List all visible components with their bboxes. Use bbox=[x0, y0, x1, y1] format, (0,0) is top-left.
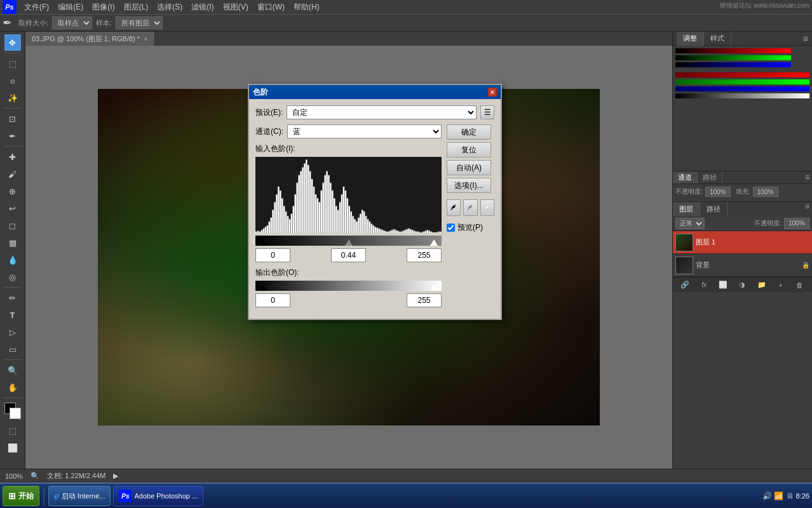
shape-tool[interactable]: ▭ bbox=[4, 341, 21, 358]
menu-help[interactable]: 帮助(H) bbox=[290, 1, 323, 14]
tab-adjustments[interactable]: 调整 bbox=[677, 32, 704, 46]
opacity-input[interactable]: 100% bbox=[705, 187, 731, 197]
fill-input[interactable]: 100% bbox=[753, 187, 778, 197]
dialog-left: 通道(C): 蓝 输入色阶(I): bbox=[255, 124, 442, 312]
sample-select[interactable]: 所有图层 bbox=[116, 17, 163, 29]
channel-select[interactable]: 蓝 bbox=[287, 124, 442, 138]
new-layer-btn[interactable]: + bbox=[775, 279, 787, 291]
ok-button[interactable]: 确定 bbox=[447, 124, 491, 140]
layer-row-bg[interactable]: 背景 🔒 bbox=[673, 254, 812, 277]
ps-taskbar-btn[interactable]: Ps Adobe Photoshop ... bbox=[113, 486, 203, 506]
tab-paths-2[interactable]: 路径 bbox=[700, 202, 727, 216]
output-black-value[interactable]: 0 bbox=[255, 293, 290, 307]
crop-tool[interactable]: ⊡ bbox=[4, 110, 21, 127]
background-swatch bbox=[10, 408, 21, 419]
channels-options-icon[interactable]: ≡ bbox=[802, 171, 812, 184]
input-black-handle[interactable] bbox=[259, 239, 267, 246]
tab-close-btn[interactable]: × bbox=[144, 35, 147, 43]
bg-layer-name: 背景 bbox=[696, 260, 799, 270]
menu-edit[interactable]: 编辑(E) bbox=[54, 1, 87, 14]
group-btn[interactable]: 📁 bbox=[755, 279, 768, 291]
input-mid-value[interactable]: 0.44 bbox=[331, 248, 366, 262]
preset-select[interactable]: 自定 bbox=[287, 105, 477, 119]
gradient-tool[interactable]: ▦ bbox=[4, 234, 21, 251]
white-eyedropper-btn[interactable] bbox=[480, 199, 494, 216]
menu-layer[interactable]: 图层(L) bbox=[120, 1, 152, 14]
lasso-tool[interactable]: ⌾ bbox=[4, 72, 21, 89]
stamp-tool[interactable]: ⊕ bbox=[4, 183, 21, 199]
fill-label: 填充: bbox=[736, 187, 750, 196]
zoom-tool[interactable]: 🔍 bbox=[4, 362, 21, 378]
options-button[interactable]: 选项(I)... bbox=[447, 178, 491, 193]
output-white-handle[interactable] bbox=[430, 284, 438, 291]
tab-styles[interactable]: 样式 bbox=[704, 32, 731, 46]
curves-preview bbox=[675, 72, 809, 98]
input-black-value[interactable]: 0 bbox=[255, 248, 290, 262]
tab-paths[interactable]: 路径 bbox=[698, 171, 722, 184]
options-bar: ✒ 取样大小: 取样点 样本: 所有图层 bbox=[0, 14, 812, 32]
layers-opacity-input[interactable]: 100% bbox=[784, 218, 809, 229]
red-channel-row bbox=[675, 48, 809, 53]
document-tab[interactable]: 03.JPG @ 100% (图层 1, RGB/8) * × bbox=[25, 32, 155, 46]
eraser-tool[interactable]: ◻ bbox=[4, 217, 21, 234]
path-selection-tool[interactable]: ▷ bbox=[4, 324, 21, 340]
delete-layer-btn[interactable]: 🗑 bbox=[794, 279, 806, 291]
input-mid-handle[interactable] bbox=[345, 239, 353, 246]
layers-options-icon[interactable]: ≡ bbox=[802, 202, 812, 216]
preset-menu-btn[interactable]: ☰ bbox=[480, 105, 494, 119]
system-tray: 🔊 📶 🖥 8:26 bbox=[762, 491, 809, 500]
layer-row-1[interactable]: 图层 1 bbox=[673, 231, 812, 254]
move-tool[interactable]: ✥ bbox=[4, 34, 21, 51]
menu-filter[interactable]: 滤镜(I) bbox=[187, 1, 217, 14]
magic-wand-tool[interactable]: ✨ bbox=[4, 90, 21, 106]
reset-button[interactable]: 复位 bbox=[447, 142, 491, 157]
brush-tool[interactable]: 🖌 bbox=[4, 166, 21, 182]
marquee-tool[interactable]: ⬚ bbox=[4, 55, 21, 72]
preview-label: 预览(P) bbox=[457, 222, 483, 233]
ie-taskbar-btn[interactable]: ℯ 启动 Interne... bbox=[48, 486, 111, 506]
tab-channels[interactable]: 通道 bbox=[673, 171, 698, 184]
adjustment-btn[interactable]: ◑ bbox=[736, 279, 748, 291]
preview-checkbox[interactable] bbox=[447, 224, 455, 232]
history-brush-tool[interactable]: ↩ bbox=[4, 200, 21, 217]
menu-window[interactable]: 窗口(W) bbox=[254, 1, 288, 14]
ie-icon: ℯ bbox=[54, 491, 59, 501]
adjustments-panel-header: 调整 样式 ≡ bbox=[673, 32, 812, 46]
input-white-value[interactable]: 255 bbox=[407, 248, 442, 262]
healing-tool[interactable]: ✚ bbox=[4, 149, 21, 165]
dodge-tool[interactable]: ◎ bbox=[4, 269, 21, 285]
fx-btn[interactable]: fx bbox=[698, 279, 710, 291]
type-tool[interactable]: T bbox=[4, 307, 21, 323]
levels-close-button[interactable]: × bbox=[488, 88, 497, 97]
layers-panel-tabs: 图层 路径 ≡ bbox=[673, 202, 812, 216]
menu-image[interactable]: 图像(I) bbox=[88, 1, 118, 14]
menu-select[interactable]: 选择(S) bbox=[153, 1, 186, 14]
output-white-value[interactable]: 255 bbox=[407, 293, 442, 307]
start-button[interactable]: ⊞ 开始 bbox=[3, 486, 39, 506]
taskbar: ⊞ 开始 ℯ 启动 Interne... Ps Adobe Photoshop … bbox=[0, 483, 812, 508]
output-black-handle[interactable] bbox=[259, 284, 267, 291]
menu-view[interactable]: 视图(V) bbox=[219, 1, 252, 14]
black-eyedropper-btn[interactable] bbox=[447, 199, 461, 216]
hand-tool[interactable]: ✋ bbox=[4, 379, 21, 396]
output-fields-row: 0 255 bbox=[255, 293, 442, 307]
gray-eyedropper-btn[interactable] bbox=[463, 199, 477, 216]
mask-btn[interactable]: ⬜ bbox=[717, 279, 729, 291]
output-slider-track[interactable] bbox=[255, 281, 442, 291]
screen-mode-toggle[interactable]: ⬜ bbox=[4, 439, 21, 456]
input-white-handle[interactable] bbox=[430, 239, 438, 246]
menu-file[interactable]: 文件(F) bbox=[20, 1, 53, 14]
input-slider-track[interactable] bbox=[255, 236, 442, 246]
tab-layers[interactable]: 图层 bbox=[673, 202, 700, 216]
panel-options-icon[interactable]: ≡ bbox=[803, 34, 808, 44]
quick-mask-toggle[interactable]: ⬚ bbox=[4, 422, 21, 439]
link-layers-btn[interactable]: 🔗 bbox=[679, 279, 691, 291]
auto-button[interactable]: 自动(A) bbox=[447, 160, 491, 175]
tool-separator-2 bbox=[4, 108, 22, 109]
pen-tool[interactable]: ✏ bbox=[4, 290, 21, 306]
sample-size-select[interactable]: 取样点 bbox=[52, 17, 92, 29]
foreground-color[interactable] bbox=[4, 403, 21, 419]
eyedropper-tool[interactable]: ✒ bbox=[4, 128, 21, 144]
blur-tool[interactable]: 💧 bbox=[4, 251, 21, 268]
blend-mode-select[interactable]: 正常 bbox=[675, 218, 705, 229]
